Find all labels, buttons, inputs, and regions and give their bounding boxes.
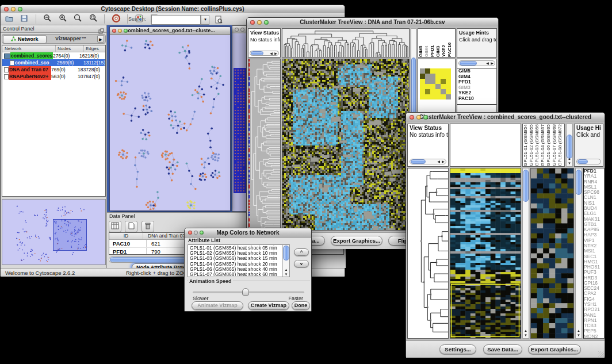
tv1-top-dendrogram-canvas[interactable]	[282, 29, 409, 57]
minimize-icon[interactable]	[118, 29, 122, 33]
tv2-top-dendrogram-panel[interactable]	[450, 124, 521, 167]
scrollbar-thumb[interactable]	[576, 170, 582, 195]
matrix-column-label[interactable]: PAC10	[447, 29, 453, 57]
array-column-label[interactable]: GPL51-03 (GSM856)	[534, 124, 540, 166]
minimize-icon[interactable]	[11, 7, 16, 12]
array-column-label[interactable]: GPL51-06 (GSM865)	[546, 124, 552, 166]
array-column-label[interactable]: GPL51-07 (GSM868)	[552, 124, 557, 166]
close-icon[interactable]	[4, 7, 9, 12]
scrollbar-thumb[interactable]	[283, 246, 289, 260]
scrollbar-thumb[interactable]	[411, 159, 426, 164]
tv1-label-hscroll[interactable]: ◀▶	[458, 60, 495, 66]
scrollbar-thumb[interactable]	[577, 159, 588, 164]
export-graphics-button[interactable]: Export Graphics...	[331, 236, 382, 246]
new-attribute-icon[interactable]	[125, 221, 137, 232]
matrix-column-label[interactable]: YKE2	[441, 29, 447, 57]
tv1-left-dendrogram-canvas[interactable]	[248, 59, 280, 230]
zoom-window-icon[interactable]	[200, 231, 204, 235]
matrix-column-label[interactable]: GIM3	[435, 29, 441, 57]
column-id[interactable]: ID	[109, 233, 143, 239]
scroll-up-icon[interactable]: ▲	[283, 267, 289, 272]
move-up-button[interactable]: ^	[294, 248, 309, 256]
resize-grip[interactable]	[598, 351, 604, 357]
tv2-heatmap-canvas[interactable]	[450, 168, 521, 338]
matrix-column-label[interactable]: GIM4	[424, 29, 430, 57]
scroll-down-icon[interactable]: ▼	[523, 333, 529, 338]
open-file-button[interactable]	[3, 14, 16, 24]
scroll-up-icon[interactable]: ▲	[523, 328, 529, 333]
tab-vizmapper[interactable]: VizMapper™	[47, 35, 94, 43]
column-nodes[interactable]: Nodes	[56, 45, 84, 52]
help-lifering-icon[interactable]	[110, 14, 123, 24]
export-graphics-button[interactable]: Export Graphics...	[528, 344, 581, 354]
save-button[interactable]	[18, 14, 30, 24]
zoom-selected-icon[interactable]	[87, 14, 100, 24]
tv2-zoom-vscroll[interactable]: ▲▼	[575, 168, 582, 339]
minimize-icon[interactable]	[194, 231, 198, 235]
scrollbar-thumb[interactable]	[251, 51, 263, 55]
settings-button[interactable]: Settings...	[439, 344, 476, 354]
zoom-in-icon[interactable]	[56, 14, 69, 24]
array-column-label[interactable]: GPL51-02 (GSM855)	[529, 124, 534, 166]
tv2-zoom-heatmap-canvas[interactable]	[531, 168, 573, 338]
close-icon[interactable]	[188, 231, 192, 235]
scroll-up-icon[interactable]: ▲	[576, 328, 582, 333]
scroll-right-icon[interactable]: ▶	[441, 159, 446, 164]
array-column-label[interactable]: GPL51-04 (GSM857)	[540, 124, 546, 166]
scroll-up-icon[interactable]: ▲	[567, 156, 572, 161]
main-titlebar[interactable]: Cytoscape Desktop (Session Name: collins…	[1, 5, 345, 14]
array-column-label[interactable]: GPL51-01 (GSM854)	[523, 124, 529, 166]
column-network[interactable]: Network	[2, 45, 56, 52]
search-input[interactable]	[151, 15, 201, 25]
treeview2-titlebar[interactable]: ClusterMaker TreeView : combined_scores_…	[406, 113, 605, 122]
attribute-list-item[interactable]: GPL51-07 (GSM868) heat shock 60 min	[189, 272, 282, 276]
delete-attribute-trash-icon[interactable]	[141, 221, 154, 232]
attribute-list-vscroll[interactable]: ▲▼	[282, 245, 289, 277]
move-down-button[interactable]: v	[294, 260, 309, 267]
scroll-down-icon[interactable]: ▼	[576, 333, 582, 338]
zoom-window-icon[interactable]	[124, 29, 128, 33]
network-overview-canvas[interactable]	[2, 199, 106, 265]
treeview1-titlebar[interactable]: ClusterMaker TreeView : DNA and Tran 07-…	[247, 18, 498, 27]
zoom-window-icon[interactable]	[423, 115, 428, 120]
close-icon[interactable]	[235, 28, 239, 32]
scroll-down-icon[interactable]: ▼	[567, 161, 572, 166]
tv1-status-hscroll[interactable]: ◀▶	[250, 51, 279, 56]
tv2-status-hscroll[interactable]: ◀▶	[410, 159, 446, 164]
zoom-window-icon[interactable]	[264, 20, 269, 25]
advanced-search-icon[interactable]	[212, 15, 225, 25]
done-button[interactable]: Done	[292, 301, 310, 310]
network-window-titlebar[interactable]: combined_scores_good.txt--cluste...	[110, 27, 230, 35]
select-attributes-icon[interactable]	[109, 221, 121, 232]
array-column-label[interactable]: GPL51-08 (GSM872)	[557, 124, 563, 166]
matrix-column-label[interactable]: GIM5	[418, 29, 424, 57]
network-row[interactable]: combined_scores2764(0)16218(0)	[2, 52, 105, 59]
scrollbar-thumb[interactable]	[460, 61, 477, 66]
dialog-titlebar[interactable]: Map Colors to Network	[185, 228, 311, 237]
tv1-heatmap-canvas[interactable]	[282, 59, 409, 230]
search-dropdown-icon[interactable]: ▼	[201, 15, 209, 25]
tv2-labels-vscroll[interactable]: ▲▼	[566, 124, 573, 167]
minimize-icon[interactable]	[416, 115, 421, 120]
close-icon[interactable]	[250, 20, 255, 25]
network-row[interactable]: combined_sco2569(6)13112(15)	[2, 59, 105, 66]
create-vizmap-button[interactable]: Create Vizmap	[248, 301, 289, 310]
close-icon[interactable]	[410, 115, 414, 120]
network-row[interactable]: DNA and Tran 07769(0)183728(0)	[2, 66, 105, 73]
matrix-row-label[interactable]: PAC10	[457, 96, 497, 102]
close-icon[interactable]	[112, 29, 116, 33]
matrix-column-label[interactable]: PFD1	[430, 29, 435, 57]
tab-overflow-arrow-icon[interactable]: ▶	[97, 35, 104, 43]
tab-network[interactable]: Network	[3, 35, 47, 44]
tv2-left-dendrogram-canvas[interactable]	[408, 168, 448, 338]
network-row[interactable]: RNAPuberNov2+563(0)107847(0)	[2, 73, 105, 80]
scroll-right-icon[interactable]: ▶	[489, 61, 495, 66]
tv2-hints-hscroll[interactable]	[576, 159, 601, 164]
tv2-heatmap-vscroll[interactable]: ▲▼	[522, 168, 529, 339]
zoom-window-icon[interactable]	[18, 7, 22, 12]
save-data-button[interactable]: Save Data...	[483, 344, 522, 354]
scrollbar-thumb[interactable]	[567, 135, 572, 159]
scrollbar-thumb[interactable]	[523, 170, 529, 202]
network-view-canvas[interactable]	[110, 35, 230, 210]
zoom-fit-icon[interactable]	[71, 14, 84, 24]
